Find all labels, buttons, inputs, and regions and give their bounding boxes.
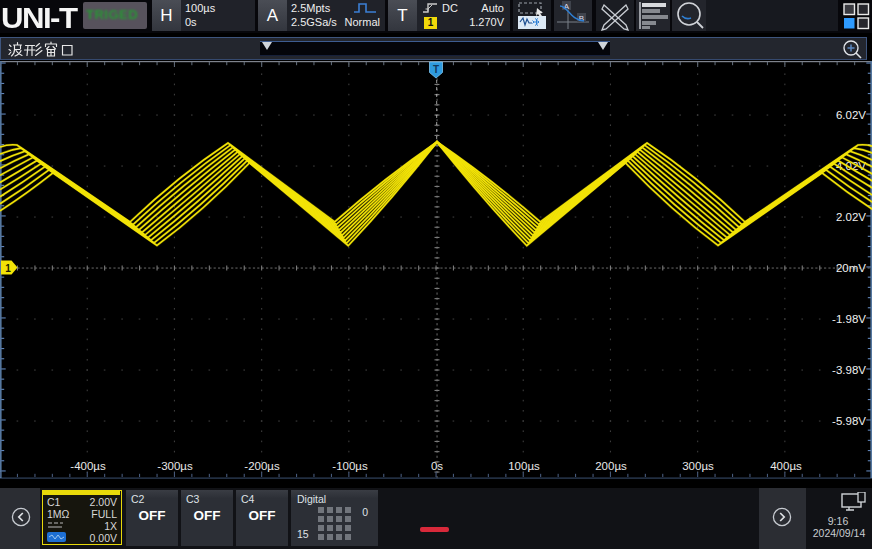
svg-text:6.02V: 6.02V xyxy=(836,109,866,121)
svg-text:100µs: 100µs xyxy=(508,460,540,472)
svg-text:-5.98V: -5.98V xyxy=(832,415,866,427)
svg-text:300µs: 300µs xyxy=(682,460,714,472)
svg-text:-400µs: -400µs xyxy=(70,460,106,472)
svg-text:1: 1 xyxy=(5,263,11,274)
svg-text:200µs: 200µs xyxy=(595,460,627,472)
svg-text:400µs: 400µs xyxy=(770,460,802,472)
svg-text:-300µs: -300µs xyxy=(157,460,193,472)
svg-text:2.02V: 2.02V xyxy=(836,211,866,223)
svg-text:-200µs: -200µs xyxy=(244,460,280,472)
svg-text:T: T xyxy=(433,64,439,75)
svg-text:-3.98V: -3.98V xyxy=(832,364,866,376)
svg-text:0s: 0s xyxy=(431,460,443,472)
svg-text:-1.98V: -1.98V xyxy=(832,313,866,325)
svg-text:-100µs: -100µs xyxy=(332,460,368,472)
svg-text:20mV: 20mV xyxy=(836,262,866,274)
